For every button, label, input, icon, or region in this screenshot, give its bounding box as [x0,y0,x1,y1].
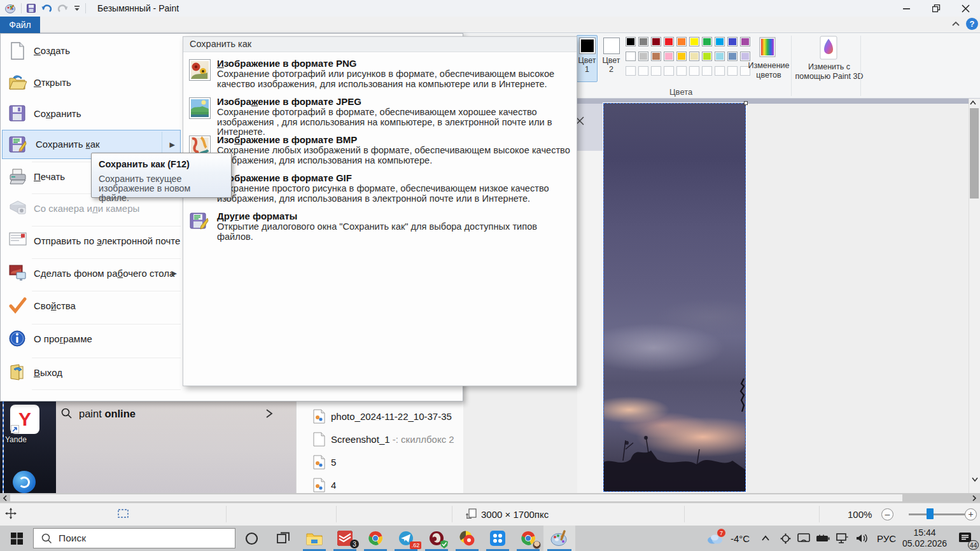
display-tray-icon[interactable] [794,526,813,551]
palette-swatch[interactable] [715,37,725,46]
edit-colors-button[interactable]: Изменение цветов [738,61,799,80]
menu-item-set-wallpaper[interactable]: Сделать фоном рабочего стола ▶ [1,259,182,288]
palette-swatch[interactable] [664,37,674,46]
palette-swatch[interactable] [651,37,661,46]
todoist-button[interactable]: 3 [330,526,360,551]
yandex-desktop-icon[interactable]: Y [10,405,39,434]
submenu-item-png[interactable]: Изображение в формате PNG Сохранение фот… [183,58,577,95]
canvas-photo-selection[interactable] [603,103,746,492]
minimize-button[interactable] [892,0,921,17]
color1-button[interactable]: Цвет 1 [577,35,598,82]
zoom-out-button[interactable]: – [881,508,893,520]
submenu-item-jpeg[interactable]: Изображение в формате JPEG Сохранение фо… [183,96,577,133]
help-icon[interactable]: ? [966,18,978,30]
language-indicator[interactable]: РУС [873,526,900,551]
palette-swatch[interactable] [689,37,699,46]
undo-button[interactable] [41,4,52,13]
palette-swatch[interactable] [676,52,687,61]
telegram-button[interactable]: .62 [391,526,421,551]
yandex-music-button[interactable] [452,526,482,551]
palette-swatch[interactable] [626,66,636,76]
close-button[interactable] [951,0,980,17]
palette-swatch[interactable] [626,52,636,61]
vertical-scrollbar-thumb[interactable] [970,108,979,199]
menu-item-about[interactable]: О программе [1,324,182,354]
zoom-slider-thumb[interactable] [927,508,934,519]
menu-item-open[interactable]: Открыть [1,68,182,97]
action-center-button[interactable]: 44 [949,526,980,551]
customize-qat-dropdown[interactable] [74,4,80,12]
palette-swatch[interactable] [626,37,636,46]
palette-swatch[interactable] [727,37,738,46]
network-tray-icon[interactable] [832,526,851,551]
redo-button[interactable] [57,4,69,13]
palette-swatch[interactable] [638,37,648,46]
palette-swatch[interactable] [715,66,725,76]
palette-swatch[interactable] [638,66,648,76]
zoom-in-button[interactable]: + [965,508,977,520]
menu-item-new[interactable]: Создать [1,36,182,66]
blue-app-button[interactable] [482,526,513,551]
volume-tray-icon[interactable] [851,526,873,551]
palette-swatch[interactable] [676,37,687,46]
tray-expand-chevron[interactable] [755,526,776,551]
weather-tray-icon[interactable]: 7 [704,526,725,551]
palette-swatch[interactable] [689,66,699,76]
palette-swatch[interactable] [715,52,725,61]
palette-swatch[interactable] [651,66,661,76]
search-result-item[interactable]: Screenshot_1 -: скиллбокс 2 [296,428,463,451]
chevron-right-icon[interactable] [265,408,274,419]
search-suggestion-row[interactable]: paint online [56,403,296,424]
palette-swatch[interactable] [702,37,712,46]
search-highlight-image[interactable] [179,529,235,548]
palette-swatch[interactable] [676,66,687,76]
save-quick-button[interactable] [27,4,36,13]
browser-desktop-icon[interactable] [13,471,36,493]
color2-button[interactable]: Цвет 2 [601,35,622,82]
menu-item-email[interactable]: Отправить по электронной почте [1,227,182,256]
palette-swatch[interactable] [638,52,648,61]
palette-swatch[interactable] [702,52,712,61]
scroll-left-arrow[interactable] [2,494,8,502]
cortana-button[interactable] [235,526,267,551]
search-result-item[interactable]: 5 [296,451,463,474]
palette-swatch[interactable] [689,52,699,61]
edit-with-paint3d-button[interactable]: Изменить с помощью Paint 3D [792,62,866,81]
start-button[interactable] [0,526,33,551]
scroll-right-arrow[interactable] [971,494,977,502]
submenu-item-bmp[interactable]: Изображение в формате BMP Сохранение люб… [183,134,577,171]
menu-item-properties[interactable]: Свойства [1,291,182,321]
palette-swatch[interactable] [740,52,750,61]
palette-swatch[interactable] [651,52,661,61]
palette-swatch[interactable] [727,66,738,76]
record-tray-icon[interactable] [776,526,794,551]
file-explorer-button[interactable] [299,526,330,551]
search-result-item[interactable]: 4 [296,474,463,497]
palette-swatch[interactable] [740,37,750,46]
submenu-item-other-formats[interactable]: Другие форматы Открытие диалогового окна… [183,211,577,248]
search-result-item[interactable]: photo_2024-11-22_10-37-35 [296,405,463,428]
antivirus-button[interactable] [421,526,452,551]
task-view-button[interactable] [267,526,299,551]
menu-item-save[interactable]: Сохранить [1,99,182,129]
paint-taskbar-button[interactable] [543,526,575,551]
palette-swatch[interactable] [727,52,738,61]
selection-handle[interactable] [744,101,748,105]
menu-item-exit[interactable]: Выход [1,358,182,387]
palette-swatch[interactable] [702,66,712,76]
collapse-ribbon-button[interactable] [951,19,961,29]
colors-group-label: Цвета [669,87,692,97]
chrome-button[interactable] [360,526,391,551]
restore-button[interactable] [921,0,951,17]
submenu-item-gif[interactable]: Изображение в формате GIF Сохранение про… [183,172,577,209]
chrome-profile-button[interactable] [513,526,543,551]
shield-check-icon [440,540,448,548]
palette-swatch[interactable] [664,66,674,76]
palette-swatch[interactable] [664,52,674,61]
zoom-slider-track[interactable] [909,513,965,515]
battery-tray-icon[interactable] [813,526,832,551]
tab-file[interactable]: Файл [0,17,40,33]
temperature-tray[interactable]: -4°C [725,526,755,551]
taskbar-search-box[interactable]: Поиск [33,528,235,548]
clock-tray[interactable]: 15:44 05.02.2026 [900,526,949,551]
